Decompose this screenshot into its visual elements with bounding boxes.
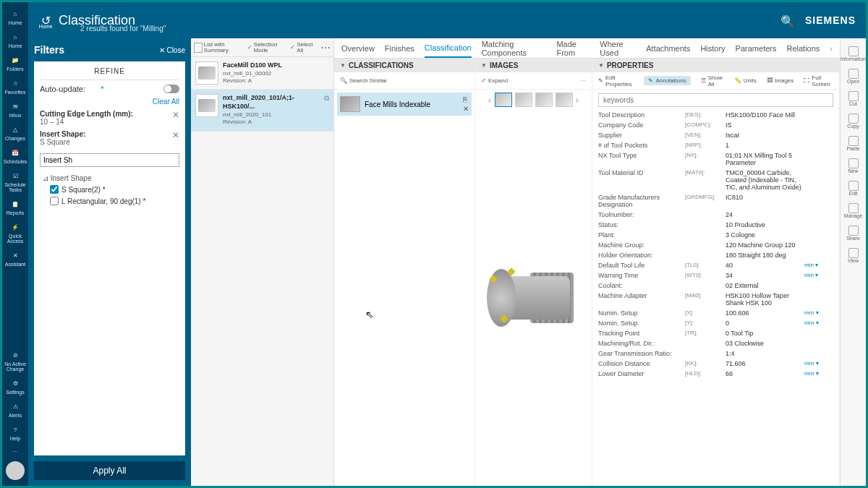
tab-classification[interactable]: Classification xyxy=(425,39,472,58)
tab-parameters[interactable]: Parameters xyxy=(736,40,777,57)
rail-changes[interactable]: △Changes xyxy=(2,121,28,144)
expand-images[interactable]: ⤢Expand xyxy=(481,77,508,84)
rail-settings[interactable]: ⚙Settings xyxy=(2,374,28,398)
tree-insert-shape[interactable]: ⊿ Insert Shape xyxy=(43,174,179,182)
images-prev[interactable]: ‹ xyxy=(488,94,492,106)
property-unit-dropdown[interactable]: mm ▾ xyxy=(804,360,833,367)
rail-more[interactable]: … xyxy=(2,444,28,455)
rr-view[interactable]: View xyxy=(841,244,866,267)
open-external-icon[interactable]: ⧉ xyxy=(324,94,329,126)
rr-open[interactable]: Open xyxy=(841,65,866,87)
result-item-0[interactable]: FaceMill D100 WPL nxt_mill_01_00002 Revi… xyxy=(191,57,333,90)
clear-all[interactable]: Clear All xyxy=(40,98,179,106)
results-more-icon[interactable]: ⋯ xyxy=(320,42,331,53)
images-next[interactable]: › xyxy=(576,94,579,106)
property-unit-dropdown[interactable]: mm ▾ xyxy=(804,320,833,327)
content-area: Overview Finishes Classification Matchin… xyxy=(334,38,840,486)
property-unit-dropdown[interactable]: min ▾ xyxy=(804,272,833,279)
property-code xyxy=(685,340,726,347)
classification-card[interactable]: Face Mills Indexable ⎘✕ xyxy=(337,93,472,116)
property-row: Coolant:02 External xyxy=(598,281,833,291)
property-row: Lower Diameter[HLD]:66mm ▾ xyxy=(598,369,833,379)
property-code: [GRDMFG]: xyxy=(685,194,726,208)
list-summary-toggle[interactable]: List with Summary xyxy=(194,42,242,53)
rr-share[interactable]: Share xyxy=(841,222,866,244)
filter-2-label: Insert Shape: xyxy=(40,130,179,138)
property-unit-dropdown[interactable]: min ▾ xyxy=(804,262,833,269)
back-icon[interactable]: ↺Home xyxy=(38,13,53,27)
rr-edit[interactable]: Edit xyxy=(841,177,866,200)
rail-alerts[interactable]: ⚠Alerts xyxy=(2,398,28,421)
checkbox-s-square[interactable]: S Square(2) * xyxy=(43,185,179,194)
tab-relations[interactable]: Relations xyxy=(786,40,820,57)
annotations-toggle[interactable]: ✎Annotations xyxy=(644,76,690,85)
rail-home2[interactable]: ⌂Home xyxy=(2,28,28,51)
rail-schedules[interactable]: 📅Schedules xyxy=(2,144,28,167)
rail-help[interactable]: ?Help xyxy=(2,421,28,444)
property-unit-dropdown xyxy=(804,194,833,208)
tab-history[interactable]: History xyxy=(700,40,725,57)
rr-new[interactable]: New xyxy=(841,155,866,177)
filter-search-input[interactable] xyxy=(40,153,179,167)
property-unit-dropdown xyxy=(804,132,833,139)
fullscreen-toggle[interactable]: ⛶Full Screen xyxy=(804,74,833,87)
property-value: 3 Cologne xyxy=(726,231,804,239)
rail-inbox[interactable]: ✉Inbox xyxy=(2,98,28,121)
property-key: Tracking Point xyxy=(598,330,685,337)
property-unit-dropdown xyxy=(804,121,833,129)
show-all[interactable]: ☰Show All xyxy=(701,74,724,87)
property-unit-dropdown xyxy=(804,152,833,166)
auto-update-toggle[interactable] xyxy=(163,85,179,93)
page-title: Classification xyxy=(59,13,780,28)
remove-filter-2[interactable]: ✕ xyxy=(172,130,179,140)
search-similar[interactable]: 🔍Search Similar xyxy=(340,77,387,84)
images-more-icon[interactable]: ⋯ xyxy=(580,77,586,84)
rr-paste[interactable]: Paste xyxy=(841,132,866,155)
rr-manage[interactable]: Manage xyxy=(841,200,866,222)
tab-attachments[interactable]: Attachments xyxy=(646,40,690,57)
property-unit-dropdown xyxy=(804,231,833,239)
select-all-toggle[interactable]: ✓Select All xyxy=(290,42,315,53)
image-thumb-2[interactable] xyxy=(535,93,553,107)
units-toggle[interactable]: 📏Units xyxy=(734,77,757,84)
image-thumb-3[interactable] xyxy=(556,93,573,107)
property-code xyxy=(685,350,726,357)
rail-home[interactable]: ⌂Home xyxy=(2,5,28,28)
tabs-scroll-right-icon[interactable]: › xyxy=(830,44,833,53)
avatar[interactable] xyxy=(6,461,25,480)
checkbox-l-rectangular[interactable]: L Rectangular, 90 deg(1) * xyxy=(43,197,179,205)
tab-made-from[interactable]: Made From xyxy=(556,38,590,61)
rail-schedule-tasks[interactable]: ☑Schedule Tasks xyxy=(2,167,28,195)
edit-properties[interactable]: ✎Edit Properties xyxy=(598,74,634,87)
remove-icon[interactable]: ✕ xyxy=(463,105,469,113)
image-thumb-0[interactable] xyxy=(495,93,512,107)
properties-search-input[interactable] xyxy=(598,93,833,107)
rail-favorites[interactable]: ☆Favorites xyxy=(2,74,28,98)
rail-folders[interactable]: 📁Folders xyxy=(2,51,28,74)
rail-assistant[interactable]: ✕Assistant xyxy=(2,247,28,270)
rail-reports[interactable]: 📋Reports xyxy=(2,195,28,218)
property-code: [Y]: xyxy=(685,320,726,327)
tab-where-used[interactable]: Where Used xyxy=(600,38,636,61)
tab-finishes[interactable]: Finishes xyxy=(385,40,414,57)
property-unit-dropdown[interactable]: mm ▾ xyxy=(804,309,833,317)
remove-filter-1[interactable]: ✕ xyxy=(172,110,179,120)
tab-overview[interactable]: Overview xyxy=(341,40,375,57)
apply-all-button[interactable]: Apply All xyxy=(34,461,185,480)
rr-information[interactable]: Information xyxy=(841,43,866,65)
rail-quick-access[interactable]: ⚡Quick Access xyxy=(2,218,28,247)
tab-matching-components[interactable]: Matching Components xyxy=(482,38,547,61)
filters-close[interactable]: ✕ Close xyxy=(159,46,185,54)
image-thumb-1[interactable] xyxy=(515,93,532,107)
property-unit-dropdown[interactable]: mm ▾ xyxy=(804,370,833,377)
selection-mode-toggle[interactable]: ✓Selection Mode xyxy=(247,42,285,53)
rr-copy[interactable]: Copy xyxy=(841,110,866,132)
property-code xyxy=(685,252,726,259)
result-item-1[interactable]: nxt_mill_2020_101/A;1-HSK100/... nxt_mil… xyxy=(191,90,333,131)
property-code: [NX]: xyxy=(685,152,726,166)
rail-no-active-change[interactable]: ⊘No Active Change xyxy=(2,346,28,374)
search-icon[interactable]: 🔍 xyxy=(780,14,792,26)
images-toggle[interactable]: 🖼Images xyxy=(767,77,793,84)
rr-cut[interactable]: Cut xyxy=(841,87,866,110)
copy-icon[interactable]: ⎘ xyxy=(463,95,469,103)
